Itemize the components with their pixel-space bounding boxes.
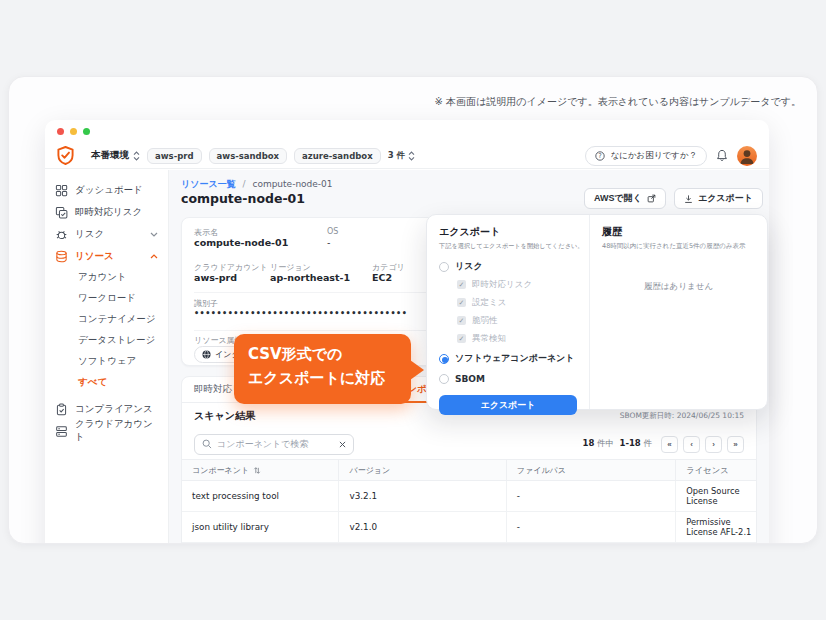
previous-page-button[interactable]: ‹: [683, 436, 700, 453]
pagination: 18 件中 1-18 件 « ‹ › »: [583, 436, 744, 453]
table-row[interactable]: text processing tool v3.2.1 - Open Sourc…: [182, 481, 756, 512]
export-button[interactable]: エクスポート: [674, 188, 763, 209]
radio-unchecked-icon: [439, 374, 449, 384]
env-tag-count[interactable]: 3 件: [388, 150, 415, 162]
sidebar-item-accounts[interactable]: アカウント: [45, 267, 168, 288]
sidebar-item-resources[interactable]: リソース: [45, 245, 168, 267]
search-placeholder: コンポーネントで検索: [217, 438, 334, 451]
svg-text:?: ?: [599, 152, 602, 160]
pagination-total-suffix: 件中: [597, 438, 614, 448]
sidebar-item-label: コンプライアンス: [75, 403, 153, 416]
checkbox-vulnerability[interactable]: ✓ 脆弱性: [457, 313, 577, 328]
globe-icon: [202, 350, 211, 359]
cell-filepath: -: [506, 512, 675, 542]
last-page-button[interactable]: »: [727, 436, 744, 453]
help-button-label: なにかお困りですか？: [610, 150, 697, 162]
pagination-total: 18: [583, 438, 595, 448]
environment-selector-label: 本番環境: [91, 149, 129, 162]
sidebar-item-label: コンテナイメージ: [78, 313, 156, 326]
sidebar-item-label: ソフトウェア: [78, 355, 136, 368]
sidebar-item-workloads[interactable]: ワークロード: [45, 288, 168, 309]
checkbox-immediate-risk[interactable]: ✓ 即時対応リスク: [457, 277, 577, 292]
env-tag-aws-sandbox[interactable]: aws-sandbox: [209, 148, 288, 164]
sidebar-item-compliance[interactable]: コンプライアンス: [45, 398, 168, 420]
export-popup: エクスポート 下記を選択してエクスポートを開始してください。 リスク ✓ 即時対…: [426, 214, 768, 410]
sidebar-item-dashboard[interactable]: ダッシュボード: [45, 179, 168, 201]
radio-checked-icon: [439, 354, 449, 364]
minimize-window-dot[interactable]: [70, 128, 77, 135]
history-title: 履歴: [602, 225, 755, 239]
cell-filepath: -: [506, 481, 675, 511]
main-content: リソース一覧 / compute-node-01 compute-node-01…: [169, 170, 769, 544]
component-search-input[interactable]: コンポーネントで検索: [194, 434, 354, 455]
sidebar-item-label: クラウドアカウント: [75, 418, 158, 444]
field-value-category: EC2: [372, 272, 392, 283]
sidebar-item-label: データストレージ: [78, 334, 155, 347]
cell-license: Permissive License AFL-2.1: [675, 512, 756, 542]
checkbox-label: 異常検知: [472, 333, 506, 345]
history-empty-state: 履歴はありません: [602, 281, 755, 293]
sidebar-item-risk[interactable]: リスク: [45, 223, 168, 245]
user-avatar[interactable]: [737, 146, 757, 166]
bell-icon[interactable]: [716, 149, 728, 162]
maximize-window-dot[interactable]: [83, 128, 90, 135]
open-in-aws-button[interactable]: AWSで開く: [584, 188, 666, 209]
chevron-down-icon: [150, 232, 158, 237]
sidebar: ダッシュボード 即時対応リスク リスク リソース: [45, 170, 169, 544]
csv-export-callout: CSV形式での エクスポートに対応: [234, 334, 411, 404]
page-title: compute-node-01: [181, 191, 305, 206]
first-page-button[interactable]: «: [661, 436, 678, 453]
window-body: ダッシュボード 即時対応リスク リスク リソース: [45, 170, 769, 544]
sidebar-item-cloud-accounts[interactable]: クラウドアカウント: [45, 420, 168, 442]
sidebar-item-label: ダッシュボード: [75, 184, 143, 197]
close-window-dot[interactable]: [57, 128, 64, 135]
cell-component: json utility library: [182, 512, 338, 542]
column-header-version[interactable]: バージョン: [338, 460, 505, 480]
checkbox-misconfiguration[interactable]: ✓ 設定ミス: [457, 295, 577, 310]
environment-selector[interactable]: 本番環境: [91, 149, 140, 162]
column-header-component[interactable]: コンポーネント: [182, 460, 338, 480]
radio-risk[interactable]: リスク: [439, 259, 577, 274]
clear-search-icon[interactable]: [339, 441, 346, 448]
checkbox-checked-disabled-icon: ✓: [457, 316, 466, 325]
checkbox-anomaly-detection[interactable]: ✓ 異常検知: [457, 331, 577, 346]
sidebar-item-data-storage[interactable]: データストレージ: [45, 330, 168, 351]
sidebar-item-container-images[interactable]: コンテナイメージ: [45, 309, 168, 330]
sbom-updated-timestamp: SBOM更新日時: 2024/06/25 10:15: [620, 411, 744, 421]
app-header: 本番環境 aws-prd aws-sandbox azure-sandbox 3…: [45, 143, 769, 169]
popup-export-submit-button[interactable]: エクスポート: [439, 395, 577, 415]
radio-software-components-label: ソフトウェアコンポーネント: [455, 352, 575, 365]
column-header-filepath[interactable]: ファイルパス: [506, 460, 675, 480]
scan-results-title: スキャン結果: [194, 409, 255, 423]
updown-chevron-icon: [133, 151, 140, 161]
sidebar-item-label: ワークロード: [78, 292, 136, 305]
window-titlebar: [45, 120, 769, 143]
radio-risk-label: リスク: [455, 260, 483, 273]
chevron-up-icon: [150, 254, 158, 259]
sidebar-item-software[interactable]: ソフトウェア: [45, 351, 168, 372]
env-tag-azure-sandbox[interactable]: azure-sandbox: [294, 148, 381, 164]
help-button[interactable]: ? なにかお困りですか？: [585, 146, 707, 166]
export-popup-description: 下記を選択してエクスポートを開始してください。: [439, 242, 587, 251]
sidebar-item-immediate-risk[interactable]: 即時対応リスク: [45, 201, 168, 223]
cell-version: v3.2.1: [338, 481, 505, 511]
download-icon: [684, 194, 693, 204]
sort-icon[interactable]: [253, 466, 261, 475]
env-tag-aws-prd[interactable]: aws-prd: [147, 148, 202, 164]
history-description: 48時間以内に実行された直近5件の履歴のみ表示: [602, 242, 755, 251]
radio-sbom-label: SBOM: [455, 374, 485, 384]
radio-software-components[interactable]: ソフトウェアコンポーネント: [439, 351, 577, 366]
breadcrumb-resources-link[interactable]: リソース一覧: [181, 179, 236, 189]
next-page-button[interactable]: ›: [705, 436, 722, 453]
table-row[interactable]: json utility library v2.1.0 - Permissive…: [182, 512, 756, 543]
radio-sbom[interactable]: SBOM: [439, 371, 577, 386]
copy-check-icon: [55, 206, 68, 219]
column-header-label: コンポーネント: [192, 465, 249, 476]
column-header-license[interactable]: ライセンス: [675, 460, 756, 480]
sidebar-item-all[interactable]: すべて: [45, 372, 168, 393]
sidebar-item-label: リスク: [75, 228, 104, 241]
server-stack-icon: [55, 425, 68, 438]
checkbox-label: 脆弱性: [472, 315, 498, 327]
radio-unchecked-icon: [439, 262, 449, 272]
field-value-region: ap-northeast-1: [270, 272, 350, 283]
